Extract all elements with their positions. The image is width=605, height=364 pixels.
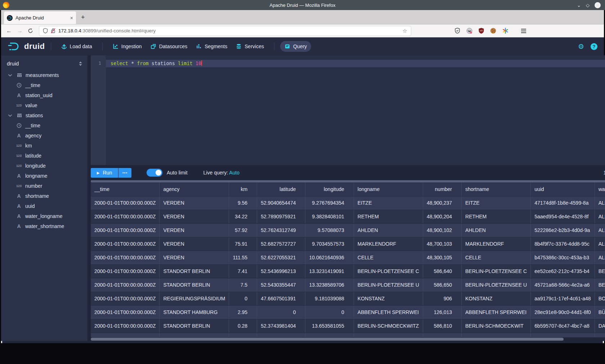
horizontal-scrollbar-thumb[interactable]	[91, 338, 564, 341]
help-icon[interactable]: ?	[591, 43, 597, 50]
cell-__time[interactable]: 2000-01-01T00:00:00.000Z	[91, 251, 160, 264]
cell-__time[interactable]: 2000-01-01T00:00:00.000Z	[91, 196, 160, 210]
column-node-longitude[interactable]: 123longitude	[1, 161, 88, 171]
cell-latitude[interactable]: 52.6827572727	[257, 237, 305, 251]
table-node-measurements[interactable]: measurements	[1, 70, 88, 80]
cell-latitude[interactable]: 52.3743981404	[257, 319, 305, 333]
cell-uuid[interactable]: 47174d8f-1b8e-4599-8a	[531, 196, 595, 210]
tracking-shield-icon[interactable]	[43, 28, 48, 33]
cell-number[interactable]: 48,900,204	[423, 210, 461, 223]
cell-number[interactable]: 48,700,103	[423, 237, 461, 251]
cell-water_longname[interactable]: ALLER	[595, 237, 605, 251]
cell-longname[interactable]: KONSTANZ	[354, 292, 423, 305]
nav-datasources[interactable]: Datasources	[146, 41, 192, 52]
url-bar[interactable]: 172.18.0.4:30899/unified-console.html#qu…	[39, 26, 411, 36]
cell-shortname[interactable]: AHLDEN	[462, 223, 531, 237]
window-close-icon[interactable]: ×	[595, 2, 601, 8]
cell-shortname[interactable]: BERLIN-PLOETZENSEE U	[462, 278, 531, 292]
cell-latitude[interactable]: 52.5430355447	[257, 278, 305, 292]
nav-query[interactable]: Query	[280, 41, 311, 52]
cell-longitude[interactable]: 0	[305, 305, 354, 319]
cell-km[interactable]: 111.55	[229, 251, 257, 264]
column-node-__time[interactable]: __time	[1, 120, 88, 131]
column-node-station_uuid[interactable]: Astation_uuid	[1, 90, 88, 100]
cell-number[interactable]: 586,640	[423, 264, 461, 278]
cell-agency[interactable]: VERDEN	[160, 251, 229, 264]
cell-longitude[interactable]: 9.3828408101	[305, 210, 354, 223]
cell-km[interactable]: 9.56	[229, 196, 257, 210]
pinwheel-extension-icon[interactable]	[502, 28, 508, 34]
cookie-icon[interactable]	[490, 28, 496, 34]
cell-latitude[interactable]: 47.6607501391	[257, 292, 305, 305]
cell-uuid[interactable]: ee52ce62-212c-4735-b4	[531, 264, 595, 278]
nav-segments[interactable]: Segments	[192, 41, 232, 52]
cell-longitude[interactable]: 13.3231419091	[305, 264, 354, 278]
back-button[interactable]: ←	[6, 28, 12, 34]
cell-agency[interactable]: REGIERUNGSPRÄSIDIUM	[160, 292, 229, 305]
cell-longname[interactable]: BERLIN-SCHMOECKWITZ	[354, 319, 423, 333]
cell-km[interactable]: 7.41	[229, 264, 257, 278]
cell-water_longname[interactable]: ALLER	[595, 223, 605, 237]
cell-__time[interactable]: 2000-01-01T00:00:00.000Z	[91, 210, 160, 223]
column-node-number[interactable]: 123number	[1, 181, 88, 191]
column-header-shortname[interactable]: shortname	[462, 182, 531, 196]
schema-name[interactable]: druid	[7, 60, 79, 67]
cell-water_longname[interactable]: BÜTZFLETHER SÜDERE	[595, 305, 605, 319]
cell-longname[interactable]: ABBENFLETH SPERRWEI	[354, 305, 423, 319]
cell-water_longname[interactable]: BERLIN-SPANDAUER-S	[595, 264, 605, 278]
menu-hamburger-icon[interactable]	[521, 29, 526, 33]
reload-button[interactable]	[28, 28, 33, 33]
cell-water_longname[interactable]: BERLIN-SPANDAUER-S	[595, 278, 605, 292]
cell-uuid[interactable]: 522286e2-b2b3-4d0d-9a	[531, 223, 595, 237]
live-query-value[interactable]: Auto	[229, 170, 239, 176]
cell-uuid[interactable]: 8b4f9f7c-3376-4dd8-95c	[531, 237, 595, 251]
column-node-__time[interactable]: __time	[1, 80, 88, 90]
cell-uuid[interactable]: 45721a68-566c-4e2a-a6	[531, 278, 595, 292]
run-button[interactable]: ▶ Run	[91, 168, 118, 178]
cell-longname[interactable]: BERLIN-PLOETZENSEE U	[354, 278, 423, 292]
cell-latitude[interactable]: 52.7624312749	[257, 223, 305, 237]
cell-longitude[interactable]: 9.181039088	[305, 292, 354, 305]
forward-button[interactable]: →	[17, 28, 23, 34]
cell-__time[interactable]: 2000-01-01T00:00:00.000Z	[91, 292, 160, 305]
cell-latitude[interactable]: 52.5436996213	[257, 264, 305, 278]
cell-shortname[interactable]: BERLIN-PLOETZENSEE C	[462, 264, 531, 278]
bookmark-star-icon[interactable]: ☆	[403, 28, 407, 34]
cell-longitude[interactable]: 9.7034557573	[305, 237, 354, 251]
cell-longname[interactable]: AHLDEN	[354, 223, 423, 237]
column-header-water_longname[interactable]: water_longname	[595, 182, 605, 196]
column-header-latitude[interactable]: latitude	[257, 182, 305, 196]
cell-number[interactable]: 906	[423, 292, 461, 305]
cell-agency[interactable]: STANDORT BERLIN	[160, 278, 229, 292]
cell-latitude[interactable]: 52.9040654474	[257, 196, 305, 210]
column-node-longname[interactable]: Alongname	[1, 171, 88, 181]
column-node-km[interactable]: 123km	[1, 141, 88, 151]
column-node-water_shortname[interactable]: Awater_shortname	[1, 221, 88, 231]
cell-uuid[interactable]: 6b595707-8c47-4bc7-a8	[531, 319, 595, 333]
cell-km[interactable]: 75.91	[229, 237, 257, 251]
browser-tab[interactable]: Apache Druid ×	[4, 12, 76, 24]
column-header-agency[interactable]: agency	[160, 182, 229, 196]
cell-shortname[interactable]: EITZE	[462, 196, 531, 210]
cell-uuid[interactable]: aa9179c1-17ef-4c61-a48	[531, 292, 595, 305]
column-node-uuid[interactable]: Auuid	[1, 201, 88, 211]
cell-longitude[interactable]: 13.3238589706	[305, 278, 354, 292]
cell-longitude[interactable]: 9.57088073	[305, 223, 354, 237]
cell-longname[interactable]: RETHEM	[354, 210, 423, 223]
cell-longname[interactable]: EITZE	[354, 196, 423, 210]
cell-shortname[interactable]: MARKLENDORF	[462, 237, 531, 251]
settings-gear-icon[interactable]: ⚙	[578, 42, 584, 51]
cell-shortname[interactable]: RETHEM	[462, 210, 531, 223]
run-more-button[interactable]: •••	[118, 168, 131, 178]
cell-number[interactable]: 48,300,105	[423, 251, 461, 264]
table-node-stations[interactable]: stations	[1, 110, 88, 120]
privacy-shield-icon[interactable]	[454, 28, 460, 34]
cell-agency[interactable]: STANDORT BERLIN	[160, 264, 229, 278]
sort-icon[interactable]	[79, 61, 82, 66]
nav-services[interactable]: Services	[232, 41, 268, 52]
cell-longitude[interactable]: 13.653581055	[305, 319, 354, 333]
cell-latitude[interactable]: 52.7890975921	[257, 210, 305, 223]
cell-uuid[interactable]: b475386c-30cc-453a-b3	[531, 251, 595, 264]
cell-km[interactable]: 7.5	[229, 278, 257, 292]
cell-agency[interactable]: VERDEN	[160, 223, 229, 237]
